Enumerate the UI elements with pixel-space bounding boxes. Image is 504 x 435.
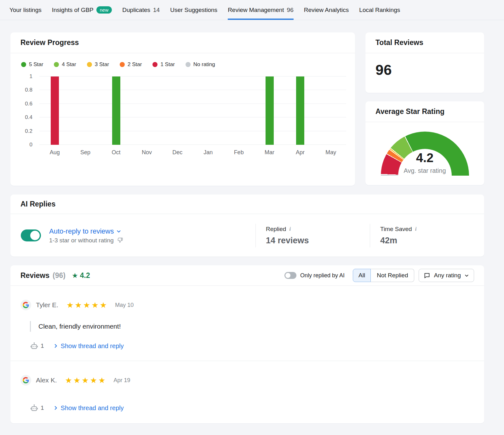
- legend-item-5-star[interactable]: 5 Star: [21, 61, 43, 68]
- replied-value: 14 reviews: [266, 236, 370, 246]
- x-tick-label: Dec: [162, 149, 193, 156]
- x-tick-label: Nov: [131, 149, 162, 156]
- total-reviews-card: Total Reviews 96: [365, 32, 484, 93]
- tab-review-management[interactable]: Review Management 96: [228, 0, 294, 20]
- bar-mar-5-star: [266, 76, 274, 145]
- x-tick-label: Jan: [193, 149, 223, 156]
- show-thread-link[interactable]: Show thread and reply: [54, 404, 124, 412]
- review-text: Clean, friendly environment!: [30, 321, 474, 332]
- reviewer-name: Alex K.: [36, 376, 57, 384]
- review-date: Apr 19: [114, 377, 130, 384]
- comment-bubble-icon: [424, 272, 430, 279]
- bar-column-may: [316, 76, 346, 145]
- chevron-right-icon: [54, 406, 58, 410]
- tab-insights-of-gbp[interactable]: Insights of GBP new: [52, 0, 112, 20]
- tab-your-listings[interactable]: Your listings: [9, 0, 42, 20]
- reply-filter-segmented-control: All Not Replied: [353, 269, 414, 282]
- star-rating-gauge: 4.2 Avg. star rating: [381, 132, 469, 176]
- tab-count: 14: [153, 7, 160, 14]
- tab-label: Duplicates: [122, 7, 150, 14]
- google-logo-icon: [20, 300, 31, 310]
- right-column: Total Reviews 96 Average Star Rating 4.2…: [365, 32, 484, 186]
- average-star-rating-header: Average Star Rating: [365, 101, 484, 122]
- tab-label: User Suggestions: [170, 7, 217, 14]
- tab-review-analytics[interactable]: Review Analytics: [304, 0, 349, 20]
- segment-not-replied[interactable]: Not Replied: [371, 269, 414, 282]
- legend-label: 3 Star: [95, 61, 109, 68]
- reviews-card: Reviews (96) ★ 4.2 Only replied by AI Al…: [10, 265, 484, 423]
- x-tick-label: May: [316, 149, 346, 156]
- bar-column-sep: [70, 76, 100, 145]
- legend-dot: [21, 62, 26, 67]
- rating-filter-value: Any rating: [434, 272, 461, 279]
- x-tick-label: Aug: [39, 149, 70, 156]
- tab-local-rankings[interactable]: Local Rankings: [359, 0, 400, 20]
- card-title: AI Replies: [20, 200, 474, 208]
- tab-duplicates[interactable]: Duplicates 14: [122, 0, 160, 20]
- legend-item-3-star[interactable]: 3 Star: [87, 61, 109, 68]
- google-logo-icon: [20, 375, 31, 386]
- time-saved-stat: Time Saved i 42m: [370, 224, 484, 247]
- bar-column-oct: [101, 76, 131, 145]
- tab-user-suggestions[interactable]: User Suggestions: [170, 0, 217, 20]
- info-icon[interactable]: i: [289, 226, 291, 232]
- auto-reply-link[interactable]: Auto-reply to reviews: [49, 227, 255, 235]
- segment-all[interactable]: All: [353, 269, 371, 282]
- bar-column-dec: [162, 76, 193, 145]
- tab-label: Your listings: [9, 7, 42, 14]
- review-date: May 10: [115, 302, 134, 308]
- reviews-average-rating: ★ 4.2: [72, 271, 90, 280]
- legend-dot: [87, 62, 92, 67]
- legend-dot: [186, 62, 191, 67]
- legend-item-1-star[interactable]: 1 Star: [152, 61, 175, 68]
- auto-reply-sublabel: 1-3 star or without rating: [49, 237, 114, 244]
- show-thread-link[interactable]: Show thread and reply: [54, 342, 124, 350]
- rating-filter-dropdown[interactable]: Any rating: [419, 269, 474, 282]
- average-star-rating-card: Average Star Rating 4.2 Avg. star rating: [365, 101, 484, 185]
- bar-column-jan: [193, 76, 223, 145]
- reviewer-name: Tyler E.: [36, 301, 58, 309]
- tab-label: Local Rankings: [359, 7, 400, 14]
- x-tick-label: Feb: [223, 149, 254, 156]
- ai-replies-header: AI Replies: [10, 195, 484, 214]
- review-progress-card: Review Progress 5 Star4 Star3 Star2 Star…: [10, 32, 355, 186]
- thumbs-down-icon[interactable]: [117, 237, 123, 244]
- legend-item-4-star[interactable]: 4 Star: [54, 61, 76, 68]
- ai-reply-count: 1: [30, 342, 44, 350]
- bar-column-feb: [223, 76, 254, 145]
- auto-reply-toggle[interactable]: [21, 229, 41, 241]
- x-tick-label: Apr: [285, 149, 315, 156]
- top-tab-bar: Your listings Insights of GBP new Duplic…: [0, 0, 504, 20]
- star-rating: ★★★★★: [65, 376, 107, 384]
- x-axis: AugSepOctNovDecJanFebMarAprMay: [39, 149, 346, 156]
- ai-reply-count: 1: [30, 404, 44, 412]
- x-tick-label: Oct: [101, 149, 131, 156]
- review-progress-header: Review Progress: [10, 32, 355, 53]
- robot-icon: [30, 404, 38, 412]
- x-tick-label: Mar: [254, 149, 285, 156]
- card-title: Review Progress: [20, 38, 345, 47]
- bar-plot: [39, 76, 346, 145]
- x-tick-label: Sep: [70, 149, 100, 156]
- stat-label: Replied: [266, 226, 286, 233]
- only-replied-by-ai-toggle[interactable]: [284, 272, 296, 279]
- bar-column-apr: [285, 76, 315, 145]
- total-reviews-header: Total Reviews: [365, 32, 484, 53]
- chart-legend: 5 Star4 Star3 Star2 Star1 StarNo rating: [21, 61, 355, 68]
- legend-item-2-star[interactable]: 2 Star: [120, 61, 142, 68]
- legend-dot: [54, 62, 59, 67]
- chevron-right-icon: [54, 344, 58, 348]
- bar-oct-5-star: [112, 76, 120, 145]
- new-badge: new: [96, 6, 112, 14]
- chevron-down-icon: [116, 229, 121, 234]
- legend-label: 2 Star: [128, 61, 142, 68]
- info-icon[interactable]: i: [415, 226, 417, 232]
- chevron-down-icon: [464, 273, 469, 278]
- tab-label: Insights of GBP: [52, 7, 94, 14]
- robot-icon: [30, 342, 38, 350]
- bar-aug-1-star: [51, 76, 59, 145]
- reviews-count: (96): [53, 271, 66, 280]
- bar-column-nov: [131, 76, 162, 145]
- legend-item-no-rating[interactable]: No rating: [186, 61, 215, 68]
- gauge-caption: Avg. star rating: [381, 167, 469, 174]
